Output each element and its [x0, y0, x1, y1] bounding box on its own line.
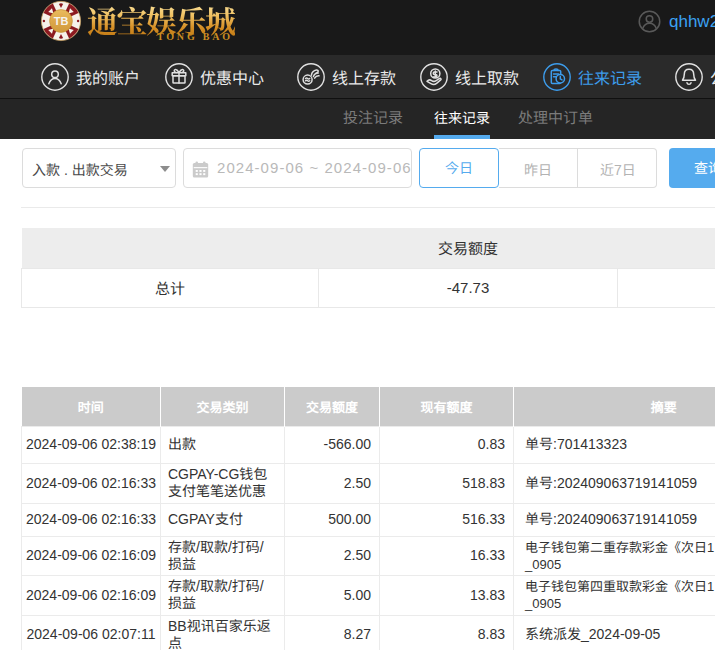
svg-text:TB: TB: [54, 15, 69, 27]
